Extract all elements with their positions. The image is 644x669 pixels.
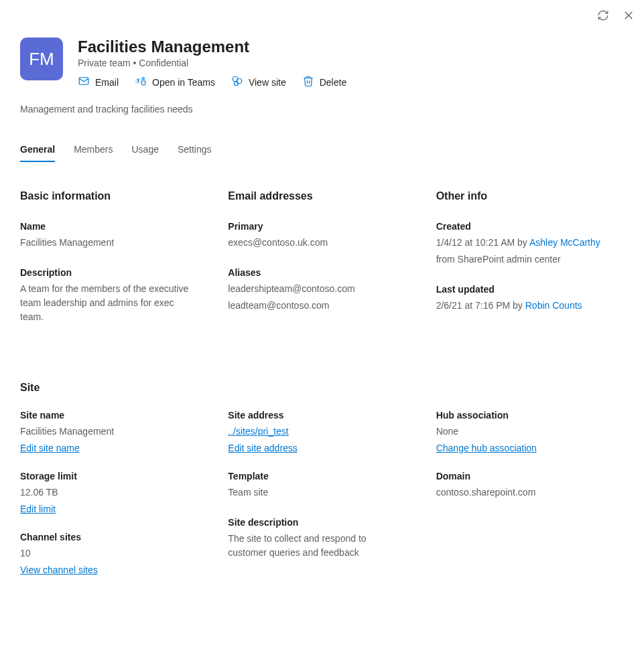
updated-value: 2/6/21 at 7:16 PM by Robin Counts bbox=[436, 299, 624, 313]
svg-point-7 bbox=[234, 82, 238, 86]
storage-limit-label: Storage limit bbox=[20, 471, 208, 481]
avatar-initials: FM bbox=[29, 49, 54, 70]
site-address-label: Site address bbox=[228, 410, 415, 421]
site-heading: Site bbox=[20, 382, 624, 394]
teams-icon bbox=[135, 75, 147, 89]
email-button[interactable]: Email bbox=[78, 75, 119, 89]
page-title: Facilities Management bbox=[78, 38, 346, 56]
group-avatar: FM bbox=[20, 38, 63, 80]
alias-1: leadershipteam@contoso.com bbox=[228, 282, 415, 296]
site-col-2: Site address ../sites/pri_test Edit site… bbox=[228, 410, 415, 593]
site-description-label: Site description bbox=[228, 517, 415, 528]
email-addresses-column: Email addresses Primary execs@contoso.uk… bbox=[228, 190, 415, 342]
storage-limit-value: 12.06 TB bbox=[20, 486, 208, 500]
site-col-1: Site name Facilities Management Edit sit… bbox=[20, 410, 208, 593]
view-site-label: View site bbox=[249, 77, 286, 88]
site-name-label: Site name bbox=[20, 410, 208, 421]
hub-association-value: None bbox=[436, 425, 624, 439]
edit-site-address-link[interactable]: Edit site address bbox=[228, 443, 298, 453]
alias-2: leadteam@contoso.com bbox=[228, 299, 415, 313]
created-timestamp: 1/4/12 at 10:21 AM by bbox=[436, 237, 529, 248]
basic-info-heading: Basic information bbox=[20, 190, 208, 202]
trash-icon bbox=[302, 75, 314, 89]
primary-email-value: execs@contoso.uk.com bbox=[228, 236, 415, 250]
updated-label: Last updated bbox=[436, 284, 624, 295]
tab-members[interactable]: Members bbox=[74, 144, 113, 161]
tab-general[interactable]: General bbox=[20, 144, 55, 161]
updated-timestamp: 2/6/21 at 7:16 PM by bbox=[436, 300, 525, 311]
name-value: Facilities Management bbox=[20, 236, 208, 250]
view-site-button[interactable]: View site bbox=[231, 75, 286, 89]
tab-settings[interactable]: Settings bbox=[178, 144, 212, 161]
channel-sites-value: 10 bbox=[20, 546, 208, 561]
tab-usage[interactable]: Usage bbox=[132, 144, 159, 161]
svg-point-4 bbox=[142, 78, 144, 80]
view-channel-sites-link[interactable]: View channel sites bbox=[20, 565, 98, 575]
site-col-3: Hub association None Change hub associat… bbox=[436, 410, 624, 593]
domain-value: contoso.sharepoint.com bbox=[436, 486, 624, 500]
created-label: Created bbox=[436, 221, 624, 232]
mail-icon bbox=[78, 75, 90, 89]
created-by-link[interactable]: Ashley McCarthy bbox=[529, 237, 600, 248]
name-label: Name bbox=[20, 221, 208, 232]
created-value: 1/4/12 at 10:21 AM by Ashley McCarthy bbox=[436, 236, 624, 250]
description-value: A team for the members of the executive … bbox=[20, 282, 194, 324]
template-value: Team site bbox=[228, 486, 415, 500]
basic-info-column: Basic information Name Facilities Manage… bbox=[20, 190, 208, 342]
other-info-heading: Other info bbox=[436, 190, 624, 202]
header: FM Facilities Management Private team • … bbox=[20, 38, 624, 89]
created-source: from SharePoint admin center bbox=[436, 252, 624, 267]
template-label: Template bbox=[228, 471, 415, 481]
delete-button[interactable]: Delete bbox=[302, 75, 346, 89]
edit-site-name-link[interactable]: Edit site name bbox=[20, 443, 80, 453]
open-in-teams-label: Open in Teams bbox=[152, 77, 215, 88]
site-description-value: The site to collect and respond to custo… bbox=[228, 532, 402, 560]
primary-email-label: Primary bbox=[228, 221, 415, 232]
site-name-value: Facilities Management bbox=[20, 425, 208, 439]
site-address-value[interactable]: ../sites/pri_test bbox=[228, 426, 288, 437]
hub-association-label: Hub association bbox=[436, 410, 624, 421]
updated-by-link[interactable]: Robin Counts bbox=[525, 300, 582, 311]
close-icon[interactable] bbox=[623, 9, 635, 33]
open-in-teams-button[interactable]: Open in Teams bbox=[135, 75, 215, 89]
change-hub-association-link[interactable]: Change hub association bbox=[436, 443, 537, 453]
email-heading: Email addresses bbox=[228, 190, 415, 202]
email-label: Email bbox=[95, 77, 119, 88]
svg-rect-2 bbox=[79, 78, 88, 85]
tab-bar: General Members Usage Settings bbox=[20, 144, 624, 162]
refresh-icon[interactable] bbox=[597, 9, 609, 33]
group-description: Management and tracking facilities needs bbox=[20, 104, 624, 115]
edit-limit-link[interactable]: Edit limit bbox=[20, 504, 56, 514]
other-info-column: Other info Created 1/4/12 at 10:21 AM by… bbox=[436, 190, 624, 342]
domain-label: Domain bbox=[436, 471, 624, 481]
page-subtitle: Private team • Confidential bbox=[78, 58, 346, 68]
description-label: Description bbox=[20, 267, 208, 278]
aliases-label: Aliases bbox=[228, 267, 415, 278]
delete-label: Delete bbox=[320, 77, 346, 88]
svg-point-6 bbox=[237, 78, 242, 84]
channel-sites-label: Channel sites bbox=[20, 532, 208, 542]
sharepoint-icon bbox=[231, 75, 243, 89]
